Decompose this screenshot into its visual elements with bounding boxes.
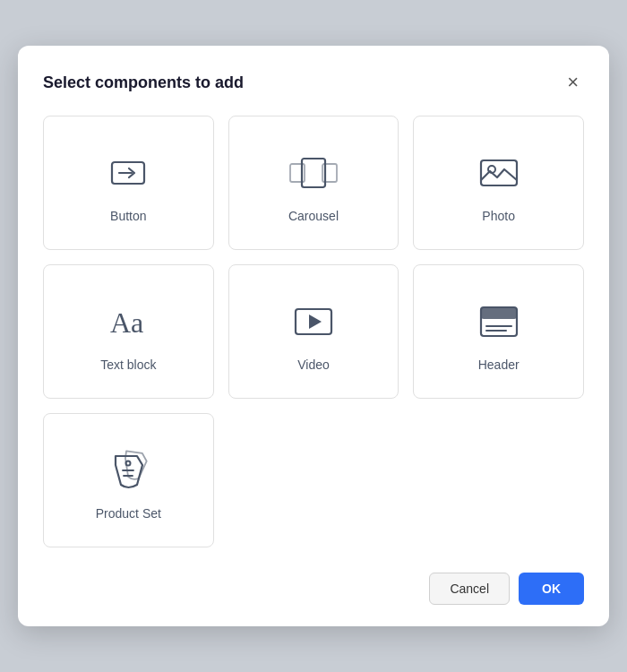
text-block-icon: Aa — [105, 298, 151, 345]
svg-point-14 — [126, 461, 131, 466]
ok-button[interactable]: OK — [519, 573, 584, 605]
component-photo[interactable]: Photo — [413, 116, 584, 250]
svg-rect-11 — [481, 307, 517, 319]
product-set-label: Product Set — [96, 506, 161, 521]
svg-rect-5 — [481, 160, 517, 185]
photo-icon — [476, 150, 522, 196]
button-icon — [105, 150, 151, 196]
component-carousel[interactable]: Carousel — [228, 116, 399, 250]
svg-marker-9 — [309, 314, 322, 329]
video-icon — [290, 298, 337, 345]
modal-overlay: Select components to add × Button — [0, 0, 627, 672]
button-label: Button — [110, 209, 146, 223]
video-label: Video — [297, 358, 330, 372]
svg-text:Aa: Aa — [110, 306, 143, 339]
component-button[interactable]: Button — [43, 116, 214, 250]
modal-header: Select components to add × — [43, 71, 584, 94]
component-grid: Button Carousel — [43, 116, 584, 547]
carousel-icon — [287, 150, 340, 196]
modal-title: Select components to add — [43, 73, 244, 92]
component-header[interactable]: Header — [413, 264, 584, 399]
dialog: Select components to add × Button — [18, 46, 609, 626]
header-label: Header — [478, 358, 520, 372]
product-set-icon — [105, 447, 151, 494]
component-text-block[interactable]: Aa Text block — [43, 264, 214, 399]
carousel-label: Carousel — [288, 209, 339, 223]
header-icon — [476, 298, 522, 345]
component-video[interactable]: Video — [228, 264, 399, 399]
modal-footer: Cancel OK — [43, 569, 584, 605]
text-block-label: Text block — [100, 358, 156, 372]
cancel-button[interactable]: Cancel — [429, 573, 510, 605]
close-button[interactable]: × — [562, 71, 584, 94]
component-product-set[interactable]: Product Set — [43, 413, 214, 547]
photo-label: Photo — [482, 209, 515, 223]
